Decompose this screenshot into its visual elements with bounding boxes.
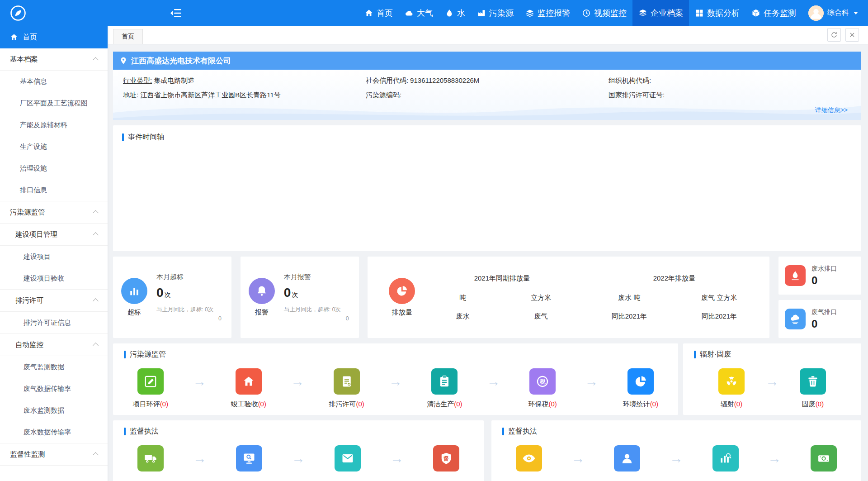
tab-home[interactable]: 首页 <box>113 29 143 44</box>
nav-item-data-analysis[interactable]: 数据分析 <box>689 0 745 26</box>
overrun-compare-value: 0 <box>156 315 223 322</box>
cube-icon <box>751 9 760 18</box>
sidebar-item-outlet-info[interactable]: 排口信息 <box>0 179 108 201</box>
truck-icon <box>137 445 164 471</box>
company-info-row-2: 地址: 江西省上饶市高新区芦洋工业园B区长青路11号 污染源编码: 国家排污许可… <box>123 91 851 100</box>
sidebar-group-basic-archives[interactable]: 基本档案 <box>0 48 108 71</box>
sidebar-group-supervisory-monitoring[interactable]: 监督性监测 <box>0 443 108 466</box>
shield-badge-icon: 督 <box>433 445 459 471</box>
enforcement-item-4[interactable]: 督 <box>427 445 466 471</box>
sidebar-group-construction-project-mgmt[interactable]: 建设项目管理 <box>0 224 108 246</box>
nav-item-video-monitor[interactable]: 视频监控 <box>576 0 632 26</box>
company-name: 江西高盛达光电技术有限公司 <box>131 56 231 66</box>
sidebar-item-gas-monitoring-data[interactable]: 废气监测数据 <box>0 356 108 378</box>
overrun-value: 0次 <box>156 286 223 300</box>
enforcement-item-3[interactable] <box>328 445 367 471</box>
sidebar-item-water-transmission-rate[interactable]: 废水数据传输率 <box>0 421 108 443</box>
chevron-up-icon <box>93 232 99 238</box>
home-icon <box>364 9 373 18</box>
nav-item-task-monitor[interactable]: 任务监测 <box>745 0 802 26</box>
enforcement-item-8[interactable] <box>804 445 843 471</box>
alarm-title: 本月报警 <box>284 273 351 281</box>
enforcement-item-5[interactable] <box>509 445 548 471</box>
sidebar-group-auto-monitoring[interactable]: 自动监控 <box>0 333 108 356</box>
chevron-up-icon <box>93 210 99 216</box>
sidebar-collapse-icon[interactable] <box>170 8 182 18</box>
field-org-code: 组织机构代码: <box>609 76 851 85</box>
sidebar-item-capacity-materials[interactable]: 产能及原辅材料 <box>0 114 108 136</box>
sidebar-item-water-monitoring-data[interactable]: 废水监测数据 <box>0 400 108 421</box>
enforcement-item-1[interactable] <box>131 445 170 471</box>
sidebar-item-construction-project[interactable]: 建设项目 <box>0 246 108 267</box>
arrow-right-icon: → <box>366 368 425 395</box>
svg-text:督: 督 <box>443 455 449 462</box>
sidebar-item-discharge-permit-info[interactable]: 排污许可证信息 <box>0 312 108 333</box>
arrow-right-icon: → <box>562 368 621 395</box>
section-title-accent <box>502 428 504 435</box>
outlet-cards: 废水排口 0 废气排口 0 <box>778 257 861 338</box>
event-timeline-card: 事件时间轴 <box>113 125 861 251</box>
flow-item-completion-acceptance[interactable]: 竣工验收(0) <box>229 368 268 409</box>
flow-item-clean-production[interactable]: 清洁生产(0) <box>425 368 464 409</box>
sidebar: 首页 基本档案 基本信息 厂区平面及工艺流程图 产能及原辅材料 生产设施 治理设… <box>0 26 108 481</box>
sidebar-item-production-facilities[interactable]: 生产设施 <box>0 136 108 157</box>
refresh-icon <box>830 31 838 38</box>
pie-chart-icon <box>627 368 654 395</box>
nav-item-air[interactable]: 大气 <box>399 0 439 26</box>
sidebar-group-discharge-permit[interactable]: 排污许可 <box>0 289 108 312</box>
nav-item-pollution-source[interactable]: 污染源 <box>471 0 519 26</box>
sidebar-item-construction-acceptance[interactable]: 建设项目验收 <box>0 267 108 289</box>
location-pin-icon <box>119 57 127 65</box>
flow-item-discharge-permit[interactable]: 排污许可(0) <box>327 368 366 409</box>
flow-item-radiation[interactable]: 辐射(0) <box>712 368 751 409</box>
radiation-icon <box>718 368 745 395</box>
timeline-title: 事件时间轴 <box>122 133 852 142</box>
nav-item-monitor-alarm[interactable]: 监控报警 <box>519 0 576 26</box>
dashboard-content: 江西高盛达光电技术有限公司 行业类型: 集成电路制造 社会信用代码: <box>108 44 868 481</box>
sidebar-item-basic-info[interactable]: 基本信息 <box>0 71 108 92</box>
sidebar-item-treatment-facilities[interactable]: 治理设施 <box>0 157 108 179</box>
user-menu[interactable]: 综合科 <box>802 0 868 26</box>
user-avatar <box>808 5 824 21</box>
sidebar-item-home[interactable]: 首页 <box>0 26 108 48</box>
field-permit-number: 国家排污许可证号: <box>609 91 851 100</box>
enforcement-item-6[interactable] <box>608 445 646 471</box>
money-icon <box>811 445 837 471</box>
overrun-title: 本月超标 <box>156 273 223 281</box>
arrow-right-icon: → <box>367 445 427 471</box>
enforcement-item-2[interactable] <box>230 445 269 471</box>
flow-item-solid-waste[interactable]: 固废(0) <box>793 368 832 409</box>
enforcement-item-7[interactable] <box>706 445 745 471</box>
sidebar-item-plant-layout[interactable]: 厂区平面及工艺流程图 <box>0 92 108 114</box>
company-info-row-1: 行业类型: 集成电路制造 社会信用代码: 91361122058830226M … <box>123 76 851 85</box>
enforcement-right-card: 监督执法 → → <box>491 420 861 481</box>
clock-icon <box>582 9 591 18</box>
monthly-overrun-card: 超标 本月超标 0次 与上月同比，超标: 0次 0 <box>113 257 231 338</box>
close-button[interactable] <box>845 28 859 42</box>
section-title-accent <box>124 351 126 358</box>
flow-item-project-eia[interactable]: 项目环评(0) <box>131 368 170 409</box>
water-outlet-icon <box>785 265 806 286</box>
license-doc-icon <box>334 368 360 395</box>
nav-item-water[interactable]: 水 <box>439 0 471 26</box>
nav-item-enterprise-archive[interactable]: 企业档案 <box>632 0 689 26</box>
flow-item-env-tax[interactable]: 税 环保税(0) <box>523 368 562 409</box>
emission-2021-water: 吨 废水 <box>424 294 502 321</box>
overrun-compare: 与上月同比，超标: 0次 <box>156 306 223 314</box>
detail-info-link[interactable]: 详细信息>> <box>123 105 851 117</box>
home-icon <box>10 33 18 41</box>
section-title-accent <box>122 133 124 141</box>
factory-icon <box>477 9 486 18</box>
house-icon <box>236 368 262 395</box>
nav-item-home[interactable]: 首页 <box>359 0 399 26</box>
close-icon <box>849 31 856 38</box>
sidebar-item-gas-transmission-rate[interactable]: 废气数据传输率 <box>0 378 108 400</box>
refresh-button[interactable] <box>827 28 841 42</box>
wastewater-outlet-card: 废水排口 0 <box>778 257 861 295</box>
clipboard-icon <box>431 368 458 395</box>
svg-text:税: 税 <box>539 378 546 385</box>
sidebar-group-pollution-supervision[interactable]: 污染源监管 <box>0 201 108 224</box>
company-info-card: 江西高盛达光电技术有限公司 行业类型: 集成电路制造 社会信用代码: <box>113 52 861 120</box>
flow-item-env-statistics[interactable]: 环境统计(0) <box>621 368 660 409</box>
monitor-search-icon <box>236 445 262 471</box>
